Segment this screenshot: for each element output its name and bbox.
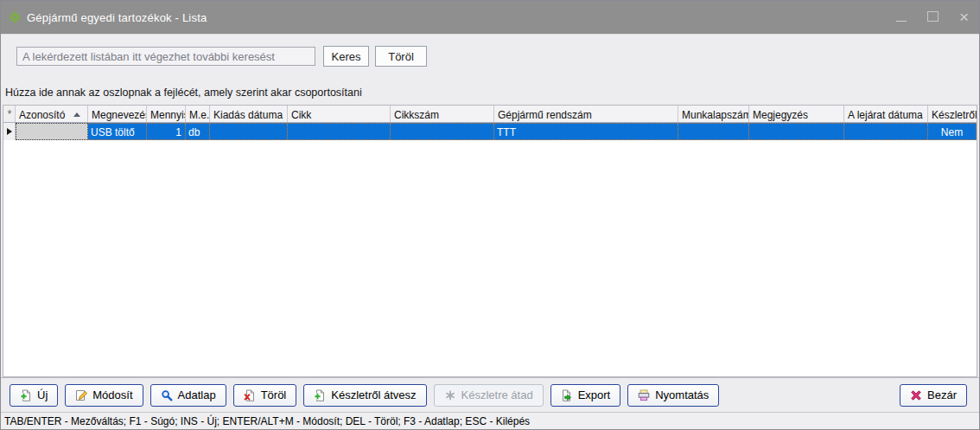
cell-megnevezes[interactable]: USB töltő: [88, 124, 147, 139]
column-header-cikkszam[interactable]: Cikkszám: [391, 106, 494, 122]
cell-azonosito[interactable]: [16, 123, 88, 140]
clear-search-button[interactable]: Töröl: [375, 46, 427, 67]
search-button[interactable]: Keres: [323, 46, 369, 67]
search-input[interactable]: [16, 47, 315, 66]
column-header-kiadas-datuma[interactable]: Kiadás dátuma: [210, 106, 288, 122]
cell-kiadas-datuma[interactable]: [210, 124, 288, 139]
asterisk-gray-icon: [444, 389, 456, 401]
column-header-azonosito[interactable]: Azonosító: [16, 106, 88, 122]
window-title: Gépjármű egyedi tartozékok - Lista: [27, 11, 207, 24]
column-header-lejarat-datuma[interactable]: A lejárat dátuma: [844, 106, 928, 122]
cell-munkalapszam[interactable]: [678, 124, 749, 139]
page-plus-icon: [314, 389, 326, 401]
cell-cikkszam[interactable]: [391, 124, 494, 139]
column-header-megjegyzes[interactable]: Megjegyzés: [749, 106, 844, 122]
minimize-icon: [896, 21, 907, 22]
column-header-megnevezes[interactable]: Megnevezés: [88, 106, 147, 122]
print-button[interactable]: Nyomtatás: [627, 384, 719, 407]
page-plus-icon: [20, 389, 32, 401]
edit-pencil-icon: [75, 389, 87, 401]
page-export-icon: [561, 389, 573, 401]
cell-cikk[interactable]: [288, 124, 391, 139]
column-header-cikk[interactable]: Cikk: [288, 106, 391, 122]
take-from-stock-button[interactable]: Készletről átvesz: [303, 384, 426, 407]
shortcut-help-text: TAB/ENTER - Mezőváltás; F1 - Súgó; INS -…: [4, 415, 530, 427]
column-header-mennyiseg[interactable]: Mennyisé: [147, 106, 186, 122]
asterisk-icon: *: [7, 108, 11, 121]
minimize-button[interactable]: [896, 10, 907, 25]
table-row[interactable]: USB töltő 1 db TTT Nem: [3, 123, 977, 140]
bottom-toolbar: Új Módosít Adatlap Töröl Készletről átve: [1, 377, 979, 412]
app-icon: [8, 10, 22, 24]
column-header-keszletrol[interactable]: Készletről: [928, 106, 977, 122]
data-grid: * Azonosító Megnevezés Mennyisé M.e. Kia…: [3, 105, 977, 377]
sort-ascending-icon: [73, 112, 80, 117]
group-by-hint: Húzza ide annak az oszlopnak a fejlécét,…: [5, 87, 362, 99]
row-indicator: [3, 123, 16, 140]
datasheet-button[interactable]: Adatlap: [150, 384, 226, 407]
red-x-icon: [910, 389, 922, 401]
cell-mennyiseg[interactable]: 1: [147, 124, 186, 139]
maximize-button[interactable]: [927, 10, 939, 25]
cell-megjegyzes[interactable]: [749, 124, 844, 139]
column-header-gepjarmu-rendszam[interactable]: Gépjármű rendszám: [494, 106, 678, 122]
grid-indicator-header[interactable]: *: [3, 106, 16, 122]
page-delete-icon: [244, 389, 256, 401]
new-button[interactable]: Új: [10, 384, 58, 407]
close-button[interactable]: ×: [959, 9, 969, 26]
cell-lejarat-datuma[interactable]: [844, 124, 928, 139]
current-row-arrow-icon: [7, 128, 12, 135]
export-button[interactable]: Export: [550, 384, 621, 407]
status-bar: TAB/ENTER - Mezőváltás; F1 - Súgó; INS -…: [1, 412, 979, 429]
window-controls: ×: [896, 1, 969, 34]
printer-icon: [638, 389, 650, 401]
grid-header-row: * Azonosító Megnevezés Mennyisé M.e. Kia…: [3, 106, 977, 123]
cell-me[interactable]: db: [186, 124, 210, 139]
close-list-button[interactable]: Bezár: [900, 384, 967, 407]
cell-keszletrol[interactable]: Nem: [928, 124, 976, 139]
selected-row-section: USB töltő 1 db TTT Nem: [88, 123, 977, 140]
transfer-to-stock-button[interactable]: Készletre átad: [434, 384, 544, 407]
column-header-munkalapszam[interactable]: Munkalapszám: [678, 106, 749, 122]
titlebar: Gépjármű egyedi tartozékok - Lista ×: [1, 1, 979, 35]
cell-gepjarmu-rendszam[interactable]: TTT: [494, 124, 678, 139]
app-window: Gépjármű egyedi tartozékok - Lista × Ker…: [0, 0, 980, 430]
column-header-me[interactable]: M.e.: [186, 106, 210, 122]
close-icon: ×: [959, 9, 969, 25]
delete-button[interactable]: Töröl: [233, 384, 297, 407]
modify-button[interactable]: Módosít: [65, 384, 143, 407]
maximize-icon: [927, 11, 939, 22]
magnifier-icon: [161, 389, 173, 401]
